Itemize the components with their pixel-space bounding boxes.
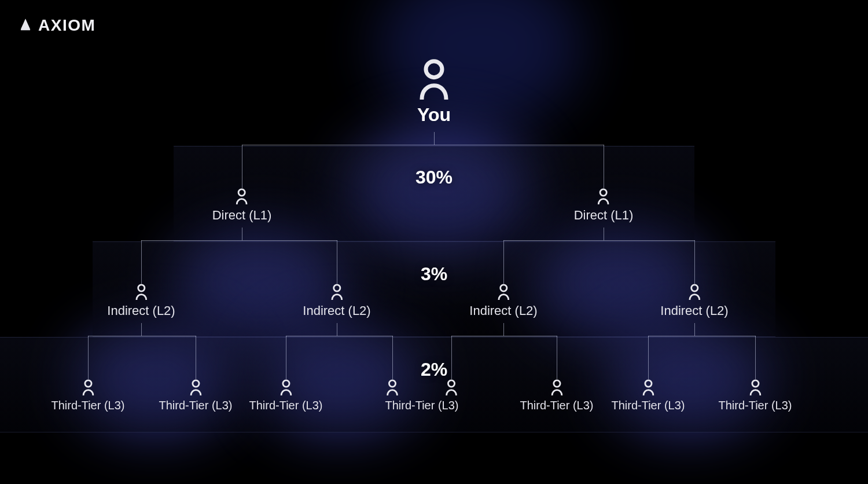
connector <box>503 323 504 336</box>
connector <box>141 240 142 284</box>
user-icon <box>611 379 685 395</box>
l3-label: Third-Tier (L3) <box>249 399 322 412</box>
l3-label: Third-Tier (L3) <box>385 399 458 412</box>
user-icon <box>469 284 537 300</box>
brand-logo-icon <box>17 17 34 34</box>
user-icon <box>249 379 322 395</box>
user-icon <box>303 284 370 300</box>
l3-node: Third-Tier (L3) <box>159 379 232 412</box>
brand-name: AXIOM <box>38 16 95 35</box>
svg-point-6 <box>500 285 506 291</box>
l3-node: Third-Tier (L3) <box>611 379 685 412</box>
user-icon <box>159 379 232 395</box>
root-node: You <box>417 58 451 126</box>
l2-label: Indirect (L2) <box>303 303 370 318</box>
user-icon <box>520 379 593 395</box>
l3-label: Third-Tier (L3) <box>611 399 685 412</box>
svg-point-7 <box>691 285 697 291</box>
l2-node: Indirect (L2) <box>303 284 370 318</box>
l3-node: Third-Tier (L3) <box>51 379 124 412</box>
l3-label: Third-Tier (L3) <box>520 399 593 412</box>
svg-point-5 <box>333 285 340 291</box>
l2-label: Indirect (L2) <box>660 303 728 318</box>
connector <box>755 336 756 379</box>
l2-node: Indirect (L2) <box>469 284 537 318</box>
connector <box>694 240 695 284</box>
connector <box>286 336 393 336</box>
connector <box>88 336 196 336</box>
connector <box>557 336 557 379</box>
svg-point-1 <box>426 61 442 78</box>
l3-node: Third-Tier (L3) <box>718 379 792 412</box>
user-icon <box>212 188 272 204</box>
svg-point-12 <box>448 380 454 387</box>
connector <box>337 240 337 284</box>
l3-shared-label: Third-Tier (L3) <box>385 399 458 412</box>
svg-point-8 <box>84 380 91 387</box>
svg-point-13 <box>553 380 560 387</box>
svg-point-2 <box>238 189 245 196</box>
svg-point-15 <box>752 380 758 387</box>
svg-point-10 <box>282 380 289 387</box>
connector <box>141 323 142 336</box>
connector <box>451 336 452 379</box>
svg-point-14 <box>645 380 651 387</box>
tier-l2-percent: 3% <box>421 263 447 285</box>
svg-point-9 <box>192 380 198 387</box>
connector <box>503 240 504 284</box>
user-icon <box>444 379 458 395</box>
l3-label: Third-Tier (L3) <box>51 399 124 412</box>
l1-node: Direct (L1) <box>212 188 272 223</box>
tier-l1-percent: 30% <box>415 167 453 188</box>
connector <box>242 145 604 145</box>
connector <box>434 132 435 145</box>
connector <box>503 240 695 241</box>
connector <box>604 228 604 240</box>
svg-point-4 <box>138 285 144 291</box>
connector <box>337 323 337 336</box>
user-icon <box>107 284 175 300</box>
l2-node: Indirect (L2) <box>107 284 175 318</box>
brand: AXIOM <box>17 16 95 35</box>
connector <box>196 336 196 379</box>
root-label: You <box>417 104 451 126</box>
user-icon <box>660 284 728 300</box>
l3-node <box>444 379 458 399</box>
connector <box>451 336 557 336</box>
connector <box>141 240 337 241</box>
user-icon <box>718 379 792 395</box>
l1-node: Direct (L1) <box>574 188 634 223</box>
connector <box>694 323 695 336</box>
connector <box>648 336 649 379</box>
svg-point-11 <box>389 380 395 387</box>
tier-l3-percent: 2% <box>421 359 447 380</box>
l1-label: Direct (L1) <box>212 208 272 223</box>
l2-node: Indirect (L2) <box>660 284 728 318</box>
connector <box>242 145 242 188</box>
l3-node <box>385 379 399 399</box>
l2-label: Indirect (L2) <box>107 303 175 318</box>
l1-label: Direct (L1) <box>574 208 634 223</box>
connector <box>392 336 393 379</box>
connector <box>88 336 89 379</box>
l3-label: Third-Tier (L3) <box>718 399 792 412</box>
user-icon <box>385 379 399 395</box>
connector <box>242 228 242 240</box>
l3-label: Third-Tier (L3) <box>159 399 232 412</box>
l3-node: Third-Tier (L3) <box>249 379 322 412</box>
svg-point-3 <box>600 189 606 196</box>
user-icon <box>51 379 124 395</box>
connector <box>648 336 756 336</box>
user-icon <box>574 188 634 204</box>
l3-node: Third-Tier (L3) <box>520 379 593 412</box>
connector <box>286 336 286 379</box>
user-icon <box>417 58 451 102</box>
l2-label: Indirect (L2) <box>469 303 537 318</box>
connector <box>604 145 604 188</box>
